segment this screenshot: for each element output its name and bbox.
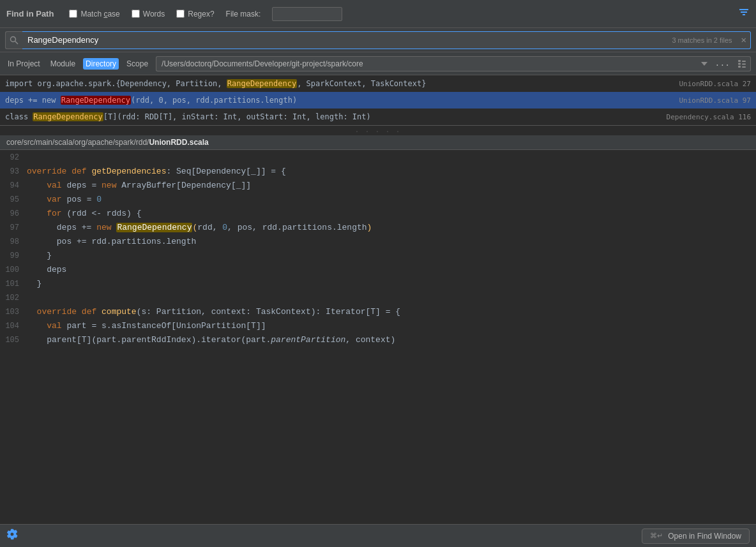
code-line-101: 101 } [0,279,756,293]
regex-checkbox[interactable] [176,10,185,18]
code-match-highlight: RangeDependency [116,223,192,232]
path-input[interactable]: /Users/doctorq/Documents/Developer/git-p… [156,56,697,71]
match-case-label: Match case [80,10,119,19]
result-suffix-2: (rdd, 0, pos, rdd.partitions.length) [131,96,297,105]
search-clear-button[interactable]: ✕ [737,31,751,49]
code-editor: 92 93 override def getDependencies: Seq[… [0,150,756,524]
path-more-button[interactable]: ... [711,56,734,71]
result-code-2: deps += new RangeDependency(rdd, 0, pos,… [5,96,674,105]
svg-rect-5 [742,61,746,62]
code-line-93: 93 override def getDependencies: Seq[Dep… [0,167,756,181]
code-line-97: 97 deps += new RangeDependency(rdd, 0, p… [0,223,756,237]
path-tree-button[interactable] [734,56,751,71]
scope-row: In Project Module Directory Scope /Users… [0,52,756,75]
code-line-95: 95 var pos = 0 [0,195,756,209]
scope-module-button[interactable]: Module [48,58,78,70]
filter-icon[interactable] [738,6,750,21]
svg-point-0 [11,36,16,41]
search-result-count: 3 matches in 2 files [667,31,737,49]
words-checkbox[interactable] [132,10,140,18]
code-line-99: 99 } [0,251,756,265]
find-toolbar: Find in Path Match case Words Regex? Fil… [0,0,756,28]
settings-gear-icon[interactable] [6,528,18,543]
match-case-checkbox[interactable] [69,10,77,18]
code-line-102: 102 [0,293,756,307]
result-match-1: RangeDependency [227,79,297,88]
file-path-prefix: core/src/main/scala/org/apache/spark/rdd… [6,138,149,147]
search-icon [5,31,22,49]
result-prefix-2: deps += new [5,96,61,105]
result-code-1: import org.apache.spark.{Dependency, Par… [5,79,674,88]
svg-rect-4 [738,66,741,68]
code-line-96: 96 for (rdd <- rdds) { [0,209,756,223]
code-line-104: 104 val part = s.asInstanceOf[UnionParti… [0,321,756,335]
result-file-2: UnionRDD.scala 97 [679,96,751,105]
result-prefix-3: class [5,112,33,121]
open-find-window-button[interactable]: ⌘↵ Open in Find Window [642,528,750,544]
search-row: RangeDependency 3 matches in 2 files ✕ [0,28,756,52]
open-find-window-label: Open in Find Window [668,532,741,541]
path-dropdown-button[interactable] [697,56,711,71]
svg-rect-2 [738,60,741,62]
search-input[interactable]: RangeDependency [22,31,667,49]
results-list: import org.apache.spark.{Dependency, Par… [0,75,756,126]
code-line-100: 100 deps [0,265,756,279]
shortcut-label: ⌘↵ [650,532,663,540]
code-line-92: 92 [0,153,756,167]
result-code-3: class RangeDependency[T](rdd: RDD[T], in… [5,112,662,121]
scope-directory-button[interactable]: Directory [83,58,119,70]
result-row[interactable]: import org.apache.spark.{Dependency, Par… [0,75,756,92]
code-line-98: 98 pos += rdd.partitions.length [0,237,756,251]
result-row[interactable]: deps += new RangeDependency(rdd, 0, pos,… [0,92,756,109]
words-option[interactable]: Words [132,10,165,19]
toolbar-options: Match case Words Regex? File mask: *.mxm… [69,7,342,21]
bottom-bar: ⌘↵ Open in Find Window [0,524,756,547]
result-prefix-1: import org.apache.spark.{Dependency, Par… [5,79,227,88]
file-mask-input[interactable]: *.mxml [272,7,342,21]
file-path-bold: UnionRDD.scala [149,138,208,147]
result-row[interactable]: class RangeDependency[T](rdd: RDD[T], in… [0,109,756,125]
svg-rect-7 [742,66,746,68]
code-line-103: 103 override def compute(s: Partition, c… [0,307,756,321]
svg-rect-3 [738,63,741,64]
code-line-105: 105 parent[T](part.parentRddIndex).itera… [0,335,756,349]
result-match-2: RangeDependency [61,96,131,105]
directory-path: /Users/doctorq/Documents/Developer/git-p… [156,56,751,71]
svg-rect-6 [742,63,746,64]
result-match-3: RangeDependency [33,112,103,121]
file-path-bar: core/src/main/scala/org/apache/spark/rdd… [0,135,756,150]
result-suffix-3: [T](rdd: RDD[T], inStart: Int, outStart:… [103,112,371,121]
scope-scope-button[interactable]: Scope [124,58,151,70]
scope-in-project-button[interactable]: In Project [5,58,43,70]
words-label: Words [143,10,165,19]
result-file-1: UnionRDD.scala 27 [679,80,751,88]
regex-option[interactable]: Regex? [176,10,214,19]
result-suffix-1: , SparkContext, TaskContext} [297,79,426,88]
regex-label: Regex? [188,10,214,19]
file-mask-label: File mask: [226,10,261,19]
code-line-94: 94 val deps = new ArrayBuffer[Dependency… [0,181,756,195]
match-case-option[interactable]: Match case [69,10,119,19]
find-in-path-title: Find in Path [6,9,54,19]
divider-dots: . . . . . [0,126,756,135]
result-file-3: Dependency.scala 116 [667,113,751,121]
svg-line-1 [15,41,18,43]
